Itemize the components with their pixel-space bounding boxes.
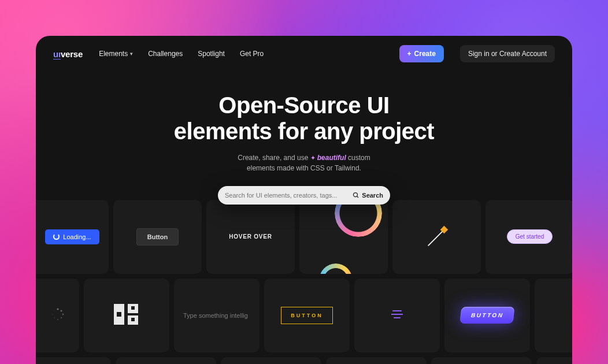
chevron-down-icon: ▾ [130,51,133,57]
grid-row-3 [36,357,572,364]
hero-subtitle: Create, share, and use ✦ beautiful custo… [36,153,572,173]
app-window: uıverse Elements ▾ Challenges Spotlight … [36,36,572,364]
card-hover-over[interactable]: HOVER OVER [206,200,295,274]
card-partial-e[interactable] [431,357,532,364]
svg-point-7 [60,317,62,318]
spinner-icon [53,233,60,240]
hover-over-label: HOVER OVER [229,233,272,240]
logo-part2: verse [61,49,83,59]
logo[interactable]: uıverse [53,49,83,59]
nav-getpro[interactable]: Get Pro [240,50,264,58]
card-get-started[interactable]: Get started [485,200,572,274]
hero: Open-Source UI elements for any project … [36,92,572,205]
plus-icon: + [407,50,411,58]
create-button[interactable]: + Create [399,45,444,62]
card-blocks[interactable] [84,278,169,352]
svg-point-11 [54,310,55,311]
card-type-input[interactable]: Type something intellig [174,278,259,352]
nav-links: Elements ▾ Challenges Spotlight Get Pro [99,50,264,58]
svg-point-10 [52,314,53,315]
ring-icon [335,200,382,237]
get-started-button: Get started [507,229,553,244]
wand-icon [424,224,450,250]
svg-point-5 [60,310,62,311]
nav-elements-label: Elements [99,50,128,58]
outline-button: BUTTON [281,307,332,324]
signin-button[interactable]: Sign in or Create Account [460,45,555,62]
svg-point-9 [53,317,54,318]
card-outline-button[interactable]: BUTTON [264,278,350,352]
svg-line-1 [357,196,359,198]
card-partial-d[interactable] [326,357,427,364]
card-partial-c[interactable] [221,357,321,364]
plain-button: Button [136,228,179,246]
grid-row-2: Type something intellig BUTTON BUTTON [36,278,572,352]
nav-challenges[interactable]: Challenges [148,50,183,58]
search-input[interactable] [225,192,353,199]
nav-elements[interactable]: Elements ▾ [99,50,133,58]
top-nav: uıverse Elements ▾ Challenges Spotlight … [36,36,572,72]
card-rings[interactable] [299,200,388,274]
spinner-dots-icon [51,307,65,324]
svg-point-8 [57,318,58,320]
search-button[interactable]: Search [353,192,383,199]
create-label: Create [414,50,436,58]
card-hamburger[interactable] [354,278,440,352]
card-glow-button[interactable]: BUTTON [444,278,530,352]
card-wand[interactable] [392,200,481,274]
card-spinner-dots[interactable] [36,278,79,352]
hero-title: Open-Source UI elements for any project [36,92,572,144]
svg-point-0 [354,192,358,196]
elements-grid: Loading... Button HOVER OVER Get started [36,200,572,364]
svg-rect-15 [131,306,135,310]
card-loading[interactable]: Loading... [36,200,109,274]
type-placeholder: Type something intellig [174,312,259,319]
grid-row-1: Loading... Button HOVER OVER Get started [36,200,572,274]
logo-part1: uı [53,49,61,59]
svg-rect-13 [117,312,121,317]
card-edge-right-2[interactable] [535,278,572,352]
ring-icon-2 [319,263,353,274]
sparkle-icon: ✦ [310,154,317,161]
svg-point-4 [57,308,58,310]
hamburger-icon [391,310,403,321]
card-plain-button[interactable]: Button [113,200,202,274]
card-partial-a[interactable] [36,357,111,364]
blocks-icon [110,298,143,333]
card-partial-b[interactable] [116,357,216,364]
svg-point-6 [62,313,64,315]
svg-line-2 [428,230,443,246]
loading-button: Loading... [45,229,99,244]
search-icon [353,192,359,199]
nav-spotlight[interactable]: Spotlight [198,50,225,58]
svg-rect-17 [131,318,135,321]
card-partial-f[interactable] [536,357,572,364]
search-bar[interactable]: Search [218,186,390,205]
glow-button: BUTTON [459,307,515,324]
